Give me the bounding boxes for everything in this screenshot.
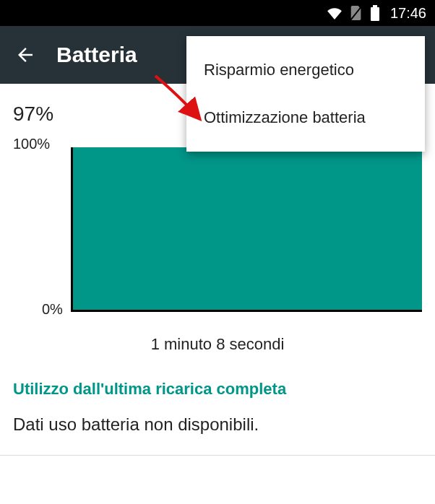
no-sim-icon <box>350 6 363 20</box>
status-bar: 17:46 <box>0 0 435 26</box>
y-tick-bottom: 0% <box>42 301 63 318</box>
menu-item-battery-saver[interactable]: Risparmio energetico <box>186 46 425 94</box>
wifi-icon <box>327 6 343 19</box>
back-arrow-icon[interactable] <box>14 44 36 66</box>
no-data-text: Dati uso batteria non disponibili. <box>13 414 422 435</box>
y-tick-top: 100% <box>13 136 50 152</box>
annotation-arrow-icon <box>152 72 210 130</box>
chart-axes <box>71 147 422 312</box>
svg-rect-1 <box>371 7 379 21</box>
battery-icon <box>370 5 380 21</box>
since-charge-heading: Utilizzo dall'ultima ricarica completa <box>13 380 422 399</box>
battery-chart[interactable]: 100% 0% <box>13 140 422 328</box>
svg-rect-2 <box>373 5 377 7</box>
page-title: Batteria <box>56 43 137 67</box>
x-axis-label: 1 minuto 8 secondi <box>13 335 422 354</box>
divider <box>0 455 435 456</box>
clock-time: 17:46 <box>390 5 426 22</box>
chart-fill <box>73 147 422 310</box>
menu-item-battery-optimization[interactable]: Ottimizzazione batteria <box>186 94 425 142</box>
overflow-menu: Risparmio energetico Ottimizzazione batt… <box>186 36 425 152</box>
